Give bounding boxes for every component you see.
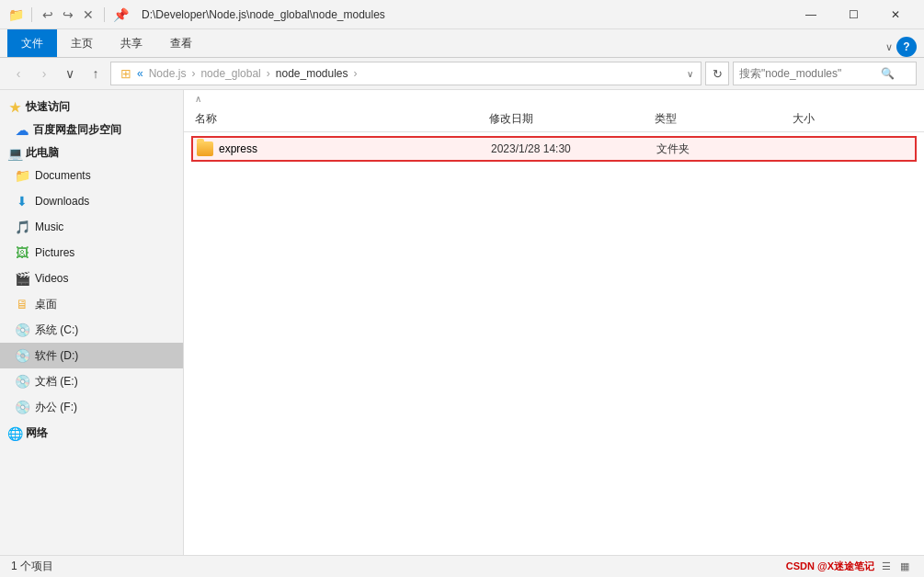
status-right: CSDN @X迷途笔记 ☰ ▦ [786,559,913,575]
status-count: 1 个项目 [11,559,53,574]
view-list-button[interactable]: ☰ [878,559,895,575]
sidebar-item-label-documents: Documents [35,169,91,182]
address-bar-row: ‹ › ∨ ↑ ⊞ « Node.js › node_global › node… [0,58,924,90]
view-detail-button[interactable]: ▦ [896,559,913,575]
tab-home[interactable]: 主页 [57,29,107,57]
file-name-cell: express [197,141,491,156]
sort-arrow: ∧ [195,94,201,104]
sidebar-item-label-drive-f: 办公 (F:) [35,400,77,415]
baidu-label: 百度网盘同步空间 [33,122,121,138]
help-button[interactable]: ? [896,37,917,57]
address-dropdown-arrow[interactable]: ∨ [687,69,693,79]
col-header-size[interactable]: 大小 [789,107,881,131]
view-icons: ☰ ▦ [878,559,913,575]
star-icon: ★ [7,100,22,115]
folder-icon-express [197,141,213,156]
forward-button[interactable]: › [33,62,55,85]
ribbon-chevron[interactable]: ∨ [885,41,893,53]
address-folder-icon: ⊞ [119,66,133,81]
sidebar-item-music[interactable]: 🎵 Music [0,214,183,240]
sidebar-item-label-desktop: 桌面 [35,297,57,312]
breadcrumb-current: node_modules [276,67,348,80]
sidebar-item-downloads[interactable]: ⬇ Downloads [0,188,183,214]
main-area: ★ 快速访问 ☁ 百度网盘同步空间 💻 此电脑 📁 Documents ⬇ Do… [0,90,924,555]
search-icon[interactable]: 🔍 [881,67,895,80]
up-button[interactable]: ↑ [85,62,107,85]
sidebar-item-label-downloads: Downloads [35,195,89,208]
download-icon: ⬇ [15,194,29,209]
table-row[interactable]: express 2023/1/28 14:30 文件夹 [191,136,917,162]
sidebar-item-videos[interactable]: 🎬 Videos [0,266,183,291]
address-box[interactable]: ⊞ « Node.js › node_global › node_modules… [110,62,702,85]
tab-file[interactable]: 文件 [7,29,57,57]
maximize-button[interactable]: ☐ [832,0,874,29]
dropdown-nav-button[interactable]: ∨ [59,62,81,85]
drive-c-icon: 💿 [15,322,29,337]
col-header-date[interactable]: 修改日期 [485,107,651,131]
refresh-button[interactable]: ↻ [705,62,729,85]
sidebar-section-baidu[interactable]: ☁ 百度网盘同步空间 [0,117,183,140]
drive-f-icon: 💿 [15,400,29,414]
file-list: express 2023/1/28 14:30 文件夹 [184,132,924,165]
sidebar-item-pictures[interactable]: 🖼 Pictures [0,240,183,266]
pin-button[interactable]: 📌 [112,6,129,23]
search-input[interactable] [739,67,877,80]
sidebar-section-this-pc[interactable]: 💻 此电脑 [0,140,183,163]
breadcrumb-item-1[interactable]: « [137,67,143,80]
file-type-cell: 文件夹 [656,141,794,157]
sidebar-section-network[interactable]: 🌐 网络 [0,420,183,443]
ribbon-tabs: 文件 主页 共享 查看 ∨ ? [0,29,924,58]
network-label: 网络 [26,425,48,441]
network-icon: 🌐 [7,426,22,441]
sidebar-item-drive-c[interactable]: 💿 系统 (C:) [0,317,183,343]
sidebar-item-label-drive-c: 系统 (C:) [35,322,78,338]
window-controls: — ☐ ✕ [790,0,917,29]
sidebar-item-label-pictures: Pictures [35,246,74,259]
file-date-cell: 2023/1/28 14:30 [491,142,656,155]
sidebar-item-label-drive-e: 文档 (E:) [35,374,78,390]
title-path: D:\Developer\Node.js\node_global\node_mo… [142,8,784,21]
redo-button[interactable]: ↪ [60,6,76,23]
folder-doc-icon: 📁 [15,168,29,183]
sidebar-item-documents[interactable]: 📁 Documents [0,163,183,188]
this-pc-label: 此电脑 [26,145,59,161]
separator [31,7,32,22]
sidebar-item-drive-e[interactable]: 💿 文档 (E:) [0,368,183,394]
tab-share[interactable]: 共享 [107,29,156,57]
status-bar: 1 个项目 CSDN @X迷途笔记 ☰ ▦ [0,555,924,577]
close-button[interactable]: ✕ [874,0,917,29]
title-bar-icons: 📁 ↩ ↪ ✕ 📌 [7,6,129,23]
ribbon-expand: ∨ ? [885,37,917,57]
undo-button[interactable]: ↩ [40,6,56,23]
drive-d-icon: 💿 [15,348,29,363]
sidebar: ★ 快速访问 ☁ 百度网盘同步空间 💻 此电脑 📁 Documents ⬇ Do… [0,90,184,555]
csdn-branding: CSDN @X迷途笔记 [786,560,874,573]
sidebar-item-drive-d[interactable]: 💿 软件 (D:) [0,343,183,368]
close-recent-button[interactable]: ✕ [80,6,97,23]
sidebar-item-label-drive-d: 软件 (D:) [35,348,78,364]
sidebar-item-drive-f[interactable]: 💿 办公 (F:) [0,394,183,420]
videos-icon: 🎬 [15,271,29,286]
separator2 [104,7,105,22]
sidebar-item-desktop[interactable]: 🖥 桌面 [0,291,183,317]
tab-view[interactable]: 查看 [156,29,206,57]
search-box[interactable]: 🔍 [733,62,917,85]
column-headers: 名称 修改日期 类型 大小 [184,107,924,132]
sidebar-item-label-music: Music [35,221,63,233]
title-bar: 📁 ↩ ↪ ✕ 📌 D:\Developer\Node.js\node_glob… [0,0,924,29]
col-header-name[interactable]: 名称 [191,107,485,131]
folder-icon: 📁 [7,6,24,23]
file-name-label: express [219,142,257,155]
col-header-type[interactable]: 类型 [651,107,789,131]
pictures-icon: 🖼 [15,245,29,260]
sidebar-item-label-videos: Videos [35,272,68,285]
pc-icon: 💻 [7,146,22,161]
back-button[interactable]: ‹ [7,62,29,85]
baidu-icon: ☁ [15,123,29,138]
music-icon: 🎵 [15,220,29,234]
sidebar-section-quick-access[interactable]: ★ 快速访问 [0,94,183,117]
quick-access-label: 快速访问 [26,99,70,115]
desktop-icon: 🖥 [15,297,29,311]
content-area: ∧ 名称 修改日期 类型 大小 express 2023/1/28 14:30 … [184,90,924,555]
minimize-button[interactable]: — [790,0,832,29]
